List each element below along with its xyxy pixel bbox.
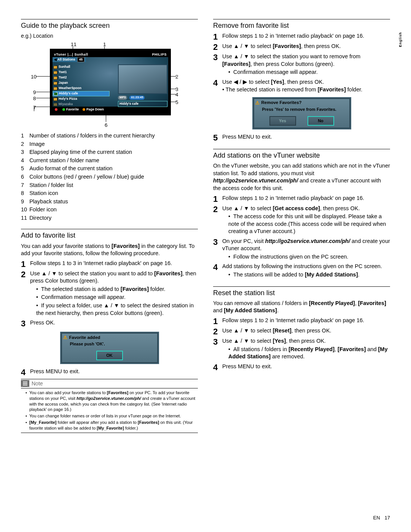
remove-favorites-dialog: ⚠Remove Favorites? Press 'Yes' to remove… bbox=[252, 97, 351, 129]
heading-remove: Remove from favorite list bbox=[213, 19, 390, 30]
heading-reset: Reset the station list bbox=[213, 286, 390, 297]
diagram-legend: 1Number of stations / folders in the cur… bbox=[21, 132, 157, 222]
reset-step-2: Use ▲ / ▼ to select [Reset], then press … bbox=[222, 327, 390, 336]
vt-step-3: On your PC, visit http://go2service.vtun… bbox=[222, 238, 390, 262]
remove-step-1: Follow steps 1 to 2 in 'Internet radio p… bbox=[222, 32, 390, 41]
remove-step-2: Use ▲ / ▼ to select [Favorites], then pr… bbox=[222, 43, 390, 51]
station-count: 45 bbox=[77, 57, 84, 62]
no-button[interactable]: No bbox=[307, 116, 334, 126]
add-step-4: Press MENU to exit. bbox=[30, 368, 198, 377]
heading-add-favorite: Add to favorite list bbox=[21, 229, 198, 240]
callout-5: 5 bbox=[175, 99, 178, 106]
add-step-3: Press OK. bbox=[30, 319, 198, 328]
heading-vtuner: Add stations on the vTuner website bbox=[213, 149, 390, 160]
brand-logo: PHILIPS bbox=[152, 52, 167, 57]
station-list: Sunhall Tset1 Tset2 Japan WeatherSpoon H… bbox=[53, 64, 110, 107]
example-label: e.g.) Location bbox=[21, 32, 198, 40]
reset-step-4: Press MENU to exit. bbox=[222, 363, 390, 372]
favorite-added-dialog: ⚠Favorite added Please push 'OK'. OK bbox=[60, 332, 159, 364]
ok-button[interactable]: OK bbox=[96, 351, 123, 360]
tv-mockup: vTuner |...| Sunhall PHILIPS ◀ All Stati… bbox=[50, 49, 171, 115]
elapsed-time: 01:23:45 bbox=[129, 96, 145, 100]
reset-step-3: Use ▲ / ▼ to select [Yes], then press OK… bbox=[222, 337, 390, 361]
add-step-1: Follow steps 1 to 3 in 'Internet radio p… bbox=[30, 260, 198, 268]
reset-intro: You can remove all stations / folders in… bbox=[213, 300, 390, 315]
vt-step-1: Follow steps 1 to 2 in 'Internet radio p… bbox=[222, 195, 390, 203]
callout-2: 2 bbox=[175, 73, 178, 80]
warning-icon: ⚠ bbox=[63, 334, 67, 340]
playback-screen-diagram: 11 1 10 9 8 7 6 2 3 4 5 vTuner |...| Sun… bbox=[31, 41, 198, 128]
add-intro: You can add your favorite stations to [F… bbox=[21, 243, 198, 257]
callout-11: 11 bbox=[71, 41, 76, 48]
note-list: You can also add your favorite stations … bbox=[21, 390, 198, 431]
add-step-2: Use ▲ / ▼ to select the station you want… bbox=[30, 270, 198, 318]
vt-step-4: Add stations by following the instructio… bbox=[222, 263, 390, 279]
play-icon bbox=[54, 92, 58, 96]
remove-step-3: Use ▲ / ▼ to select the station you want… bbox=[222, 53, 390, 77]
subbar-label: All Stations bbox=[57, 58, 75, 62]
language-tab: English bbox=[397, 30, 403, 50]
format-pill: MP3 bbox=[118, 96, 127, 100]
callout-10: 10 bbox=[31, 73, 37, 80]
note-header: Note bbox=[21, 379, 198, 388]
reset-step-1: Follow steps 1 to 2 in 'Internet radio p… bbox=[222, 317, 390, 326]
breadcrumb: vTuner |...| Sunhall bbox=[54, 52, 88, 57]
note-icon bbox=[21, 380, 29, 387]
callout-6: 6 bbox=[105, 122, 108, 129]
warning-icon: ⚠ bbox=[255, 100, 260, 106]
vtuner-intro: On the vTuner website, you can add stati… bbox=[213, 162, 390, 192]
remove-step-5: Press MENU to exit. bbox=[222, 133, 390, 142]
callout-4: 4 bbox=[175, 91, 178, 98]
heading-guide: Guide to the playback screen bbox=[21, 19, 198, 30]
page-footer: EN17 bbox=[373, 514, 390, 521]
preview-image bbox=[118, 64, 167, 94]
now-playing-name: Hiddy's cafe bbox=[118, 101, 167, 107]
remove-step-4: Use ◀ / ▶ to select [Yes], then press OK… bbox=[222, 78, 390, 93]
vt-step-2: Use ▲ / ▼ to select [Get access code], t… bbox=[222, 205, 390, 236]
yes-button[interactable]: Yes bbox=[269, 116, 296, 126]
callout-8: 8 bbox=[33, 95, 36, 102]
